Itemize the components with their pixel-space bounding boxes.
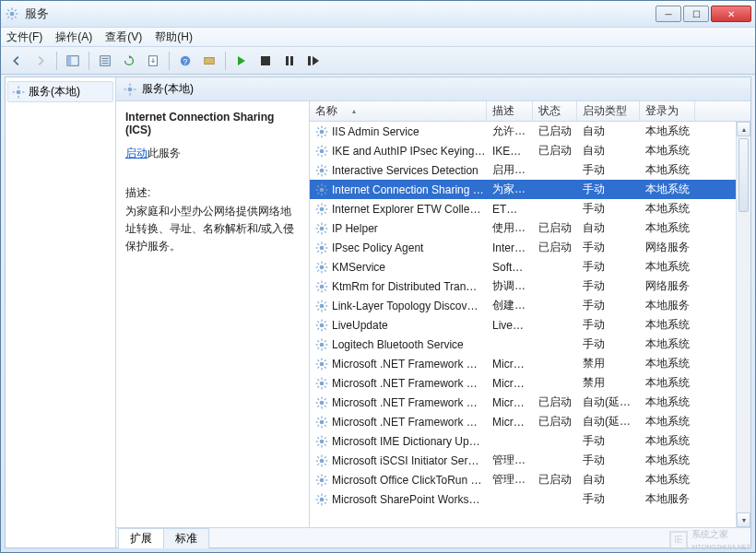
tree-pane[interactable]: 服务(本地) [6,77,116,547]
gear-icon [315,280,328,293]
column-startup[interactable]: 启动类型 [577,101,640,121]
svg-line-149 [325,359,326,361]
titlebar[interactable]: 服务 ─ ☐ ✕ [1,1,755,27]
menu-help[interactable]: 帮助(H) [155,29,193,45]
cell-desc: Inter… [487,241,533,254]
toolbar-separator [89,52,89,70]
column-headers: 名称 描述 状态 启动类型 登录为 [310,101,750,122]
show-hide-tree-button[interactable] [63,51,83,71]
service-row[interactable]: Microsoft .NET Framework …Micr…禁用本地系统 [310,354,750,373]
menu-action[interactable]: 操作(A) [55,29,92,45]
svg-point-23 [17,89,21,94]
svg-line-155 [317,379,319,381]
svg-line-66 [325,192,326,194]
service-row[interactable]: Microsoft IME Dictionary Up…手动本地系统 [310,431,750,451]
service-list[interactable]: IIS Admin Service允许…已启动自动本地系统IKE and Aut… [310,122,750,527]
service-row[interactable]: Link-Layer Topology Discov…创建…手动本地服务 [310,296,750,315]
service-row[interactable]: Microsoft .NET Framework …Micr…禁用本地系统 [310,373,750,393]
vertical-scrollbar[interactable]: ▴ ▾ [736,122,750,527]
cell-logon: 本地系统 [640,472,695,488]
tab-extended[interactable]: 扩展 [118,528,164,548]
svg-line-77 [325,205,326,206]
cell-status: 已启动 [533,124,577,139]
cell-name: Microsoft iSCSI Initiator Ser… [310,454,487,467]
service-row[interactable]: KtmRm for Distributed Tran…协调…手动网络服务 [310,276,750,296]
svg-line-83 [317,224,319,226]
cell-logon: 网络服务 [640,278,695,294]
svg-line-203 [325,476,326,477]
cell-logon: 本地系统 [640,182,695,197]
svg-line-76 [317,211,319,213]
export-button[interactable] [143,51,163,71]
service-row[interactable]: IKE and AuthIP IPsec Keying…IKEE…已启动自动本地… [310,141,750,160]
menu-file[interactable]: 文件(F) [6,29,42,45]
cell-logon: 本地系统 [640,259,695,275]
column-status[interactable]: 状态 [533,101,577,121]
service-row[interactable]: Internet Connection Sharing …为家…手动本地系统 [310,180,750,199]
start-service-button[interactable] [231,51,252,71]
back-button[interactable] [6,51,27,71]
forward-button[interactable] [30,51,51,71]
column-name[interactable]: 名称 [310,101,487,121]
service-row[interactable]: Microsoft iSCSI Initiator Ser…管理…手动本地系统 [310,451,750,470]
menu-view[interactable]: 查看(V) [105,29,142,45]
cell-startup: 手动 [577,453,640,468]
svg-line-128 [317,321,319,323]
service-row[interactable]: Interactive Services Detection启用…手动本地系统 [310,160,750,180]
restart-service-button[interactable] [303,51,324,71]
scroll-up-button[interactable]: ▴ [737,122,750,136]
svg-point-114 [320,303,325,308]
svg-line-104 [325,263,326,265]
svg-line-176 [325,418,326,419]
scroll-thumb[interactable] [738,138,749,212]
service-row[interactable]: IIS Admin Service允许…已启动自动本地系统 [310,122,750,141]
service-row[interactable]: Microsoft SharePoint Works…手动本地服务 [310,489,750,509]
service-row[interactable]: Microsoft .NET Framework …Micr…已启动自动(延迟…… [310,393,750,412]
service-row[interactable]: IPsec Policy AgentInter…已启动手动网络服务 [310,238,750,257]
minimize-button[interactable]: ─ [656,6,681,22]
toolbar-icon[interactable] [199,51,219,71]
svg-line-173 [317,418,319,419]
start-service-link[interactable]: 启动 [125,147,148,159]
help-button[interactable]: ? [175,51,195,71]
stop-service-button[interactable] [255,51,276,71]
cell-startup: 手动 [577,278,640,294]
refresh-button[interactable] [119,51,139,71]
svg-line-111 [325,288,326,290]
cell-startup: 手动 [577,336,640,352]
service-row[interactable]: Microsoft Office ClickToRun …管理…已启动自动本地系… [310,470,750,489]
svg-text:?: ? [183,56,188,65]
cell-name: Link-Layer Topology Discov… [310,300,487,312]
tab-standard[interactable]: 标准 [163,528,209,548]
svg-point-42 [320,148,325,153]
svg-line-119 [317,301,319,303]
tree-root-item[interactable]: 服务(本地) [7,81,113,102]
service-row[interactable]: Logitech Bluetooth Service手动本地系统 [310,335,750,354]
service-row[interactable]: KMServiceSoft…手动本地系统 [310,257,750,276]
close-button[interactable]: ✕ [711,6,751,22]
service-row[interactable]: LiveUpdateLive…手动本地系统 [310,315,750,335]
svg-line-185 [325,437,326,439]
cell-name: Microsoft .NET Framework … [310,358,487,371]
gear-icon [315,454,328,467]
svg-line-147 [325,366,326,368]
service-row[interactable]: Microsoft .NET Framework …Micr…已启动自动(延迟…… [310,412,750,431]
svg-line-165 [325,405,326,406]
column-desc[interactable]: 描述 [487,101,533,121]
column-logon[interactable]: 登录为 [640,101,695,121]
svg-line-146 [317,359,319,361]
svg-line-164 [317,398,319,400]
svg-line-184 [317,443,319,445]
cell-name: Microsoft .NET Framework … [310,396,487,409]
service-row[interactable]: IP Helper使用…已启动自动本地系统 [310,218,750,238]
cell-desc: ETW… [487,203,533,216]
cell-startup: 手动 [577,201,640,217]
scroll-down-button[interactable]: ▾ [737,512,750,527]
svg-point-159 [320,400,325,405]
maximize-button[interactable]: ☐ [683,6,709,22]
svg-line-41 [325,127,326,129]
properties-button[interactable] [95,51,115,71]
pause-service-button[interactable] [279,51,300,71]
gear-icon [12,86,25,99]
service-row[interactable]: Internet Explorer ETW Colle…ETW…手动本地系统 [310,199,750,218]
